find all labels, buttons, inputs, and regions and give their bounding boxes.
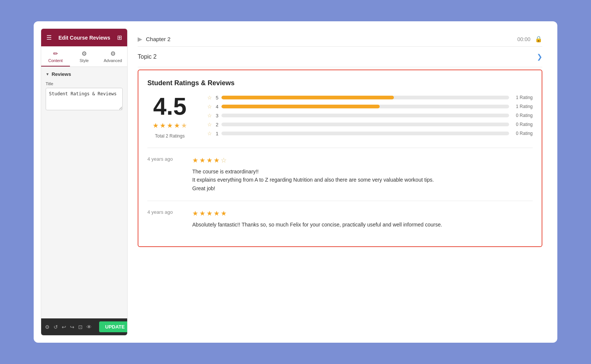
advanced-tab-icon: ⚙ [110, 50, 116, 57]
bar-star-5-icon: ☆ [207, 95, 212, 101]
r1-star5: ☆ [221, 156, 227, 164]
review-widget: Student Ratings & Reviews 4.5 ★ ★ ★ ★ ★ … [138, 70, 542, 247]
grid-icon[interactable]: ⊞ [117, 34, 122, 41]
bar-star-4-icon: ☆ [207, 104, 212, 109]
r1-star3: ★ [206, 156, 212, 164]
sidebar-tabs: ✏ Content ⚙ Style ⚙ Advanced [41, 46, 127, 67]
settings-icon[interactable]: ⚙ [45, 324, 50, 330]
bar-row-5: ☆ 5 1 Rating [207, 95, 533, 101]
r1-star2: ★ [199, 156, 205, 164]
bar-track-3 [221, 114, 509, 117]
star-half: ★ [181, 121, 187, 130]
responsive-icon[interactable]: ⊡ [78, 324, 83, 330]
update-button[interactable]: UPDATE [99, 321, 127, 332]
section-label: Reviews [52, 71, 71, 77]
review-date-2: 4 years ago [147, 209, 181, 229]
chapter-play-icon: ▶ [138, 36, 142, 43]
hamburger-icon[interactable]: ☰ [46, 34, 52, 41]
preview-icon[interactable]: 👁 [86, 324, 92, 330]
bar-track-2 [221, 123, 509, 126]
title-field-label: Title [46, 81, 123, 86]
section-arrow-icon: ▼ [46, 72, 49, 76]
bar-count-2: 0 Rating [512, 122, 533, 127]
bar-row-3: ☆ 3 0 Rating [207, 112, 533, 118]
rating-summary: 4.5 ★ ★ ★ ★ ★ Total 2 Ratings ☆ 5 [147, 95, 533, 148]
review-list: 4 years ago ★ ★ ★ ★ ☆ The course is extr… [147, 148, 533, 237]
r2-star1: ★ [192, 209, 198, 218]
rating-bars: ☆ 5 1 Rating ☆ 4 1 Rating [207, 95, 533, 136]
rating-stars-row: ★ ★ ★ ★ ★ [153, 121, 187, 130]
bar-label-3: 3 [215, 113, 218, 118]
review-stars-2: ★ ★ ★ ★ ★ [192, 209, 533, 218]
topic-chevron-icon: ❯ [537, 53, 542, 61]
r1-star4: ★ [214, 156, 220, 164]
review-date-1: 4 years ago [147, 156, 181, 192]
star-1: ★ [153, 121, 159, 130]
bar-row-2: ☆ 2 0 Rating [207, 121, 533, 127]
bar-track-1 [221, 132, 509, 135]
bar-track-4 [221, 105, 509, 108]
review-item-1: 4 years ago ★ ★ ★ ★ ☆ The course is extr… [147, 148, 533, 201]
tab-advanced[interactable]: ⚙ Advanced [98, 46, 127, 67]
topic-title: Topic 2 [138, 53, 157, 60]
star-3: ★ [167, 121, 173, 130]
advanced-tab-label: Advanced [104, 58, 122, 63]
bar-row-4: ☆ 4 1 Rating [207, 104, 533, 109]
review-body-2: ★ ★ ★ ★ ★ Absolutely fantastic!! Thanks … [192, 209, 533, 229]
content-tab-label: Content [48, 58, 63, 63]
topic-row[interactable]: Topic 2 ❯ [138, 47, 542, 67]
bar-label-1: 1 [215, 131, 218, 136]
tab-style[interactable]: ⚙ Style [70, 46, 99, 67]
style-tab-label: Style [80, 58, 89, 63]
redo-icon[interactable]: ↪ [70, 324, 74, 330]
rating-big-score: 4.5 ★ ★ ★ ★ ★ Total 2 Ratings [147, 95, 192, 139]
sidebar-title: Edit Course Reviews [58, 35, 110, 41]
bar-label-2: 2 [215, 122, 218, 127]
r2-star5: ★ [221, 209, 227, 218]
chapter-title: Chapter 2 [146, 36, 171, 42]
content-tab-icon: ✏ [53, 50, 58, 57]
review-body-1: ★ ★ ★ ★ ☆ The course is extraordinary!! … [192, 156, 533, 192]
r1-star1: ★ [192, 156, 198, 164]
chapter-bar-left: ▶ Chapter 2 [138, 36, 171, 43]
rating-total: Total 2 Ratings [155, 133, 184, 139]
bar-count-4: 1 Rating [512, 104, 533, 109]
style-tab-icon: ⚙ [82, 50, 87, 57]
rating-number: 4.5 [153, 95, 187, 118]
lock-icon: 🔒 [535, 36, 542, 43]
bar-label-5: 5 [215, 95, 218, 101]
sidebar: ☰ Edit Course Reviews ⊞ ✏ Content ⚙ Styl… [41, 29, 127, 335]
star-4: ★ [174, 121, 180, 130]
title-field-textarea[interactable]: Student Ratings & Reviews [46, 88, 123, 110]
bar-star-3-icon: ☆ [207, 112, 212, 118]
bottom-toolbar: ⚙ ↺ ↩ ↪ ⊡ 👁 UPDATE ▾ [41, 318, 127, 335]
bar-count-1: 0 Rating [512, 131, 533, 136]
review-text-1: The course is extraordinary!! It explain… [192, 167, 533, 192]
bar-fill-4 [221, 105, 380, 108]
r2-star2: ★ [199, 209, 205, 218]
bar-fill-5 [221, 96, 394, 99]
bar-count-5: 1 Rating [512, 95, 533, 100]
review-stars-1: ★ ★ ★ ★ ☆ [192, 156, 533, 164]
chapter-time: 00:00 [517, 36, 530, 42]
bar-track-5 [221, 96, 509, 99]
bar-star-1-icon: ☆ [207, 130, 212, 136]
reviews-section-header[interactable]: ▼ Reviews [46, 71, 123, 77]
review-item-2: 4 years ago ★ ★ ★ ★ ★ Absolutely fantast… [147, 201, 533, 237]
undo-icon[interactable]: ↩ [62, 324, 66, 330]
sidebar-content: ▼ Reviews Title Student Ratings & Review… [41, 67, 127, 318]
bar-count-3: 0 Rating [512, 113, 533, 118]
review-text-2: Absolutely fantastic!! Thanks so, so muc… [192, 220, 533, 229]
review-widget-title: Student Ratings & Reviews [147, 79, 533, 87]
r2-star3: ★ [206, 209, 212, 218]
chapter-bar-right: 00:00 🔒 [517, 36, 542, 43]
bar-row-1: ☆ 1 0 Rating [207, 130, 533, 136]
r2-star4: ★ [214, 209, 220, 218]
main-content: ▶ Chapter 2 00:00 🔒 Topic 2 ❯ Student Ra… [127, 29, 550, 335]
bar-star-2-icon: ☆ [207, 121, 212, 127]
title-field-group: Title Student Ratings & Reviews [46, 81, 123, 112]
refresh-icon[interactable]: ↺ [53, 324, 58, 330]
tab-content[interactable]: ✏ Content [41, 46, 70, 67]
sidebar-header: ☰ Edit Course Reviews ⊞ [41, 29, 127, 46]
star-2: ★ [160, 121, 166, 130]
